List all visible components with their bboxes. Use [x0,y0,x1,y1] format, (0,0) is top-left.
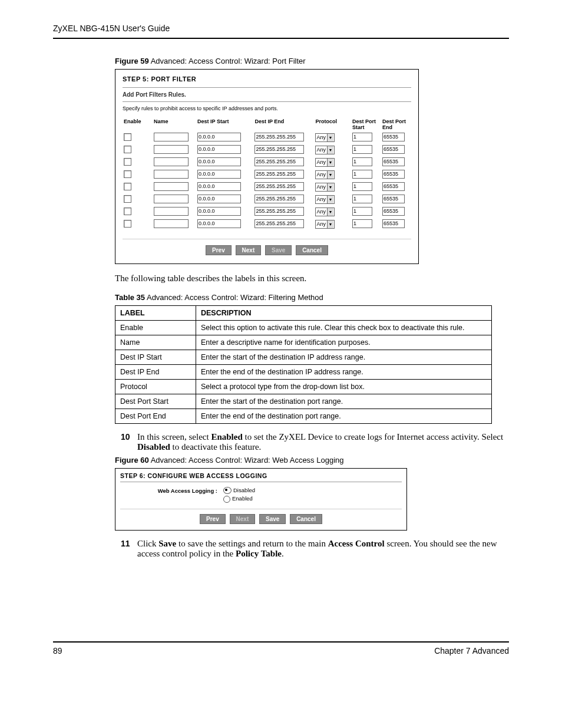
port-start-input[interactable]: 1 [352,207,372,216]
port-end-input[interactable]: 65535 [382,195,405,203]
enable-checkbox[interactable] [124,170,131,178]
figure59-box: STEP 5: PORT FILTER Add Port Filters Rul… [115,69,419,264]
port-start-input[interactable]: 1 [352,133,372,141]
protocol-select[interactable]: Any▼ [315,207,335,216]
step6-buttons: Prev Next Save Cancel [120,509,402,524]
table-row: NameEnter a descriptive name for identif… [115,335,492,350]
enable-checkbox[interactable] [124,207,131,215]
port-end-input[interactable]: 65535 [382,145,405,154]
protocol-select[interactable]: Any▼ [315,158,335,167]
name-input[interactable] [154,145,189,154]
chevron-down-icon: ▼ [327,196,333,203]
add-rules-subtitle: Add Port Filters Rules. [123,87,411,102]
protocol-select[interactable]: Any▼ [315,146,335,154]
protocol-select[interactable]: Any▼ [315,133,335,142]
ip-end-input[interactable]: 255.255.255.255 [254,145,304,154]
port-start-input[interactable]: 1 [352,182,372,191]
label-cell: Name [115,335,196,350]
figure60-caption: Figure 60 Advanced: Access Control: Wiza… [115,456,509,465]
name-input[interactable] [154,219,189,228]
ip-start-input[interactable]: 0.0.0.0 [197,170,241,179]
ip-end-input[interactable]: 255.255.255.255 [254,195,304,203]
name-input[interactable] [154,195,189,203]
table-row: ProtocolSelect a protocol type from the … [115,380,492,394]
ip-start-input[interactable]: 0.0.0.0 [197,145,241,154]
port-start-input[interactable]: 1 [352,157,372,166]
port-end-input[interactable]: 65535 [382,157,405,166]
ip-start-input[interactable]: 0.0.0.0 [197,133,241,141]
name-input[interactable] [154,207,189,216]
protocol-select[interactable]: Any▼ [315,220,335,229]
ip-end-input[interactable]: 255.255.255.255 [254,182,304,191]
col-port-end: Dest Port End [381,117,411,131]
ip-end-input[interactable]: 255.255.255.255 [254,170,304,179]
ip-start-input[interactable]: 0.0.0.0 [197,207,241,216]
chevron-down-icon: ▼ [327,146,333,154]
port-start-input[interactable]: 1 [352,145,372,154]
ip-start-input[interactable]: 0.0.0.0 [197,219,241,228]
label-cell: Dest IP Start [115,350,196,365]
port-end-input[interactable]: 65535 [382,219,405,228]
col-enable: Enable [123,117,153,131]
port-start-input[interactable]: 1 [352,219,372,228]
ip-start-input[interactable]: 0.0.0.0 [197,182,241,191]
radio-enabled[interactable] [223,496,230,503]
port-end-input[interactable]: 65535 [382,133,405,141]
prev-button-2[interactable]: Prev [200,514,226,524]
desc-cell: Select this option to activate this rule… [196,321,492,335]
enable-checkbox[interactable] [124,195,131,203]
figure59-caption-text: Advanced: Access Control: Wizard: Port F… [149,57,306,65]
port-end-input[interactable]: 65535 [382,170,405,179]
desc-cell: Select a protocol type from the drop-dow… [196,380,492,394]
protocol-select[interactable]: Any▼ [315,183,335,192]
step5-desc: Specify rules to prohibit access to spec… [123,106,411,111]
step5-title: STEP 5: PORT FILTER [123,75,411,83]
save-button[interactable]: Save [265,245,292,255]
name-input[interactable] [154,133,189,141]
col-ip-start: Dest IP Start [196,117,253,131]
port-filter-row: 0.0.0.0255.255.255.255Any▼165535 [123,169,411,181]
enable-checkbox[interactable] [124,146,131,153]
port-end-input[interactable]: 65535 [382,207,405,216]
cancel-button-2[interactable]: Cancel [290,514,322,524]
port-start-input[interactable]: 1 [352,170,372,179]
ip-start-input[interactable]: 0.0.0.0 [197,195,241,203]
step5-buttons: Prev Next Save Cancel [123,239,411,255]
cancel-button[interactable]: Cancel [296,245,328,255]
step-11: 11 Click Save to save the settings and r… [115,539,509,559]
enable-checkbox[interactable] [124,183,131,190]
protocol-select[interactable]: Any▼ [315,195,335,204]
name-input[interactable] [154,157,189,166]
port-end-input[interactable]: 65535 [382,182,405,191]
page-header: ZyXEL NBG-415N User's Guide [53,24,509,35]
step-11-text: Click Save to save the settings and retu… [137,539,509,559]
save-button-2[interactable]: Save [259,514,286,524]
next-button-2[interactable]: Next [230,514,256,524]
opt-disabled: Disabled [233,487,255,493]
figure59-caption-num: Figure 59 [115,57,149,65]
port-filter-row: 0.0.0.0255.255.255.255Any▼165535 [123,131,411,144]
enable-checkbox[interactable] [124,158,131,166]
ip-end-input[interactable]: 255.255.255.255 [254,207,304,216]
radio-disabled[interactable] [223,487,232,494]
step-11-number: 11 [115,539,137,559]
ip-end-input[interactable]: 255.255.255.255 [254,133,304,141]
enable-checkbox[interactable] [124,220,131,228]
chevron-down-icon: ▼ [327,159,333,166]
header-rule [53,38,509,39]
th-label: LABEL [115,306,196,321]
ip-end-input[interactable]: 255.255.255.255 [254,157,304,166]
name-input[interactable] [154,182,189,191]
protocol-select[interactable]: Any▼ [315,170,335,179]
prev-button[interactable]: Prev [206,245,232,255]
port-start-input[interactable]: 1 [352,195,372,203]
next-button[interactable]: Next [236,245,262,255]
figure60-box: STEP 6: CONFIGURE WEB ACCESS LOGGING Web… [115,468,407,531]
ip-end-input[interactable]: 255.255.255.255 [254,219,304,228]
desc-cell: Enter the start of the destination port … [196,394,492,409]
col-protocol: Protocol [314,117,351,131]
figure59-caption: Figure 59 Advanced: Access Control: Wiza… [115,57,509,65]
enable-checkbox[interactable] [124,133,131,141]
ip-start-input[interactable]: 0.0.0.0 [197,157,241,166]
name-input[interactable] [154,170,189,179]
